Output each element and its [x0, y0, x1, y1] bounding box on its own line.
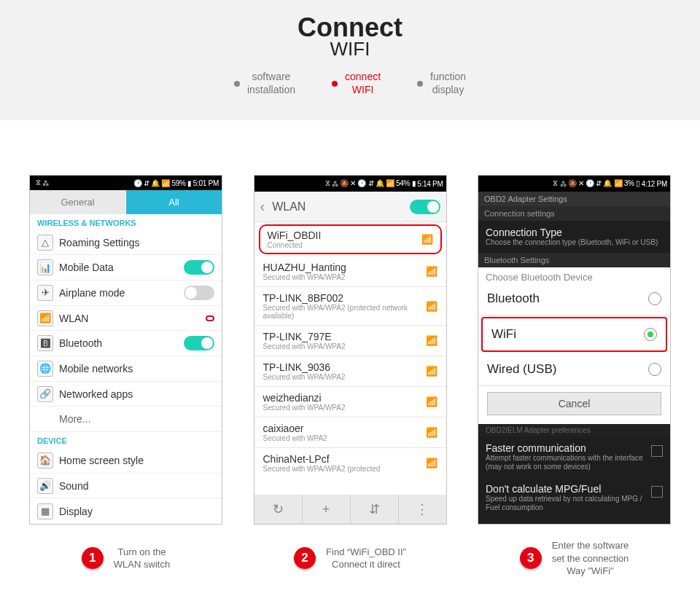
caption-3: 3 Enter the softwareset the connectionWa…: [478, 539, 671, 578]
step-number-icon: 3: [520, 547, 542, 569]
status-bar: ⧖ ⁂ 🕑 ⇵ 🔔 📶 59% ▮ 5:01 PM: [30, 176, 222, 190]
wlan-master-toggle[interactable]: [410, 200, 440, 214]
row-wlan[interactable]: 📶 WLAN: [30, 306, 222, 332]
phone-settings: ⧖ ⁂ 🕑 ⇵ 🔔 📶 59% ▮ 5:01 PM General All WI…: [29, 175, 222, 525]
phones-row: ⧖ ⁂ 🕑 ⇵ 🔔 📶 59% ▮ 5:01 PM General All WI…: [29, 175, 671, 525]
section-connection: Connection settings: [478, 206, 670, 221]
bluetooth-icon: 🅱: [37, 335, 53, 351]
opt-bluetooth[interactable]: Bluetooth: [478, 283, 670, 315]
toggle-off[interactable]: [184, 286, 214, 300]
phone-wlan: ⧖ ⁂ 🔕 ✕ 🕑 ⇵ 🔔 📶 54% ▮ 5:14 PM ‹ WLAN WiF…: [254, 175, 447, 525]
wlan-title: WLAN: [272, 200, 402, 213]
status-right-icons: ⧖ ⁂ 🔕 ✕ 🕑 ⇵ 🔔 📶 54% ▮: [325, 179, 416, 188]
sort-icon[interactable]: ⇵: [351, 495, 399, 524]
row-home-screen[interactable]: 🏠 Home screen style: [30, 448, 222, 474]
wifi-item[interactable]: weizhedianziSecured with WPA/WPA2📶: [254, 387, 446, 417]
netapps-icon: 🔗: [37, 386, 53, 402]
wlan-icon: 📶: [37, 310, 53, 326]
bullet-connect: connectWIFI: [332, 71, 381, 96]
row-label: Display: [59, 506, 214, 517]
wifi-signal-icon: 📶: [426, 301, 438, 312]
status-time: 5:01 PM: [193, 179, 219, 187]
tab-general[interactable]: General: [30, 190, 125, 214]
bullet-row: softwareinstallation connectWIFI functio…: [0, 71, 700, 96]
wifi-item[interactable]: caixiaoerSecured with WPA2📶: [254, 417, 446, 448]
wifi-obdii-highlight[interactable]: WiFi_OBDII Connected 📶: [259, 224, 442, 254]
back-icon[interactable]: ‹: [260, 198, 265, 215]
row-networked-apps[interactable]: 🔗 Networked apps: [30, 382, 222, 407]
mobiledata-icon: 📊: [37, 259, 53, 275]
row-label: Mobile networks: [59, 363, 214, 374]
bottom-action-bar: ↻ + ⇵ ⋮: [254, 495, 446, 524]
wifi-item[interactable]: TP-LINK_797ESecured with WPA/WPA2📶: [254, 326, 446, 356]
wifi-item[interactable]: TP-LINK_9036Secured with WPA/WPA2📶: [254, 356, 446, 387]
home-icon: 🏠: [37, 452, 53, 468]
top-banner: Connect WIFI softwareinstallation connec…: [0, 0, 700, 120]
wifi-signal-icon: 📶: [426, 458, 438, 468]
wifi-item[interactable]: HUAZHU_HantingSecured with WPA/WPA2📶: [254, 256, 446, 287]
section-device: DEVICE: [30, 432, 222, 448]
overflow-icon[interactable]: ⋮: [399, 495, 446, 524]
row-label: Networked apps: [59, 388, 214, 400]
wlan-toggle-highlight: [206, 315, 214, 321]
bullet-software: softwareinstallation: [234, 71, 295, 96]
item-faster-comm[interactable]: Faster communication Attempt faster comm…: [478, 436, 670, 477]
section-wireless: WIRELESS & NETWORKS: [30, 214, 222, 230]
item-connection-type[interactable]: Connection Type Choose the connection ty…: [478, 221, 670, 253]
row-mobile-networks[interactable]: 🌐 Mobile networks: [30, 356, 222, 382]
bullet-function: functiondisplay: [417, 71, 466, 96]
caption-1: 1 Turn on theWLAN switch: [29, 539, 222, 578]
caption-2: 2 Find “WiFi_OBD II”Connect it direct: [254, 539, 447, 578]
step-number-icon: 2: [294, 547, 316, 569]
connection-dialog: Choose Bluetooth Device Bluetooth WiFi W…: [478, 267, 670, 424]
row-airplane[interactable]: ✈ Airplane mode: [30, 280, 222, 306]
row-mobile-data[interactable]: 📊 Mobile Data: [30, 255, 222, 280]
wifi-signal-icon: 📶: [426, 366, 438, 377]
row-bluetooth[interactable]: 🅱 Bluetooth: [30, 331, 222, 356]
row-sound[interactable]: 🔊 Sound: [30, 474, 222, 499]
row-more[interactable]: More...: [30, 407, 222, 432]
status-right-icons: 🕑 ⇵ 🔔 📶 59% ▮: [133, 179, 192, 187]
add-icon[interactable]: +: [303, 495, 351, 524]
app-title: OBD2 Adapter Settings: [478, 192, 670, 206]
wifi-name: WiFi_OBDII: [268, 230, 421, 241]
checkbox-icon[interactable]: [651, 445, 663, 457]
step-number-icon: 1: [82, 547, 104, 569]
wifi-signal-icon: 📶: [426, 427, 438, 438]
refresh-icon[interactable]: ↻: [254, 495, 303, 524]
opt-wired[interactable]: Wired (USB): [478, 353, 670, 386]
row-label: Sound: [59, 480, 214, 492]
row-label: Bluetooth: [59, 337, 178, 349]
item-mpg[interactable]: Don't calculate MPG/Fuel Speed up data r…: [478, 477, 670, 518]
wifi-item[interactable]: TP-LINK_8BF002Secured with WPA/WPA2 (pro…: [254, 287, 446, 326]
checkbox-icon[interactable]: [651, 486, 663, 498]
status-left-icons: ⧖ ⁂: [33, 178, 132, 187]
wifi-signal-icon: 📶: [426, 266, 438, 277]
dot-icon: [332, 81, 338, 87]
radio-selected-icon: [644, 328, 657, 341]
tab-all[interactable]: All: [125, 190, 222, 214]
row-label: WLAN: [59, 313, 200, 324]
tabs: General All: [30, 190, 222, 214]
radio-icon: [648, 363, 661, 376]
cancel-button[interactable]: Cancel: [487, 392, 661, 415]
row-display[interactable]: ▦ Display: [30, 498, 222, 524]
toggle-on[interactable]: [184, 260, 214, 275]
dot-icon: [234, 81, 240, 87]
wifi-status: Connected: [268, 241, 421, 249]
display-icon: ▦: [37, 503, 53, 519]
status-bar: ⧖ ⁂ 🔕 ✕ 🕑 ⇵ 🔔 📶 54% ▮ 5:14 PM: [254, 176, 446, 192]
captions-row: 1 Turn on theWLAN switch 2 Find “WiFi_OB…: [29, 539, 671, 578]
row-roaming[interactable]: △ Roaming Settings: [30, 230, 222, 256]
toggle-on[interactable]: [184, 336, 214, 350]
status-right-icons: ⧖ ⁂ 🔕 ✕ 🕑 ⇵ 🔔 📶 3% ▯: [553, 179, 639, 188]
opt-wifi-highlight[interactable]: WiFi: [481, 317, 667, 352]
section-adapter-prefs: OBD2/ELM Adapter preferences: [478, 424, 670, 436]
radio-icon: [648, 292, 661, 305]
row-label: Mobile Data: [59, 262, 178, 273]
wifi-signal-icon: 📶: [421, 234, 433, 245]
banner-subtitle: WIFI: [0, 38, 700, 60]
wifi-item[interactable]: ChinaNet-LPcfSecured with WPA/WPA2 (prot…: [254, 448, 446, 478]
airplane-icon: ✈: [37, 285, 53, 301]
dot-icon: [417, 81, 423, 87]
